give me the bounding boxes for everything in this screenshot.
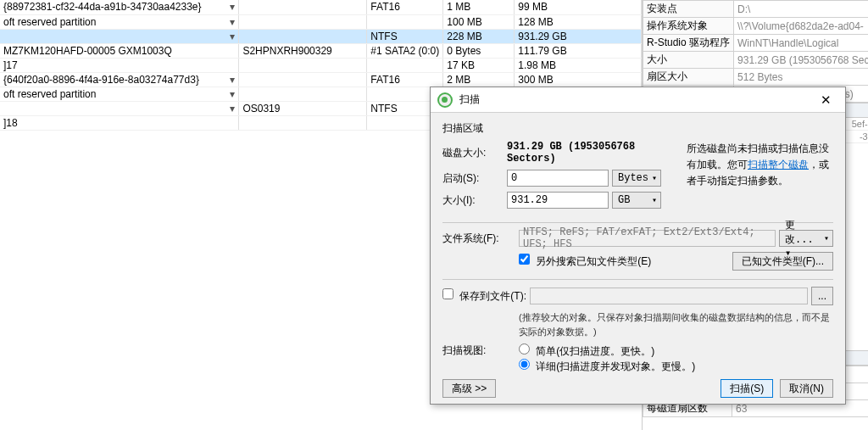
view-label: 扫描视图: bbox=[442, 343, 515, 358]
chevron-down-icon[interactable]: ▾ bbox=[230, 74, 235, 86]
table-row[interactable]: MZ7KM120HAFD-00005 GXM1003QS2HPNXRH90032… bbox=[0, 43, 642, 58]
chevron-down-icon[interactable]: ▾ bbox=[230, 31, 235, 42]
start-unit-combo[interactable]: Bytes bbox=[612, 170, 661, 187]
fs-change-button[interactable]: 更改... ▾ bbox=[779, 230, 833, 247]
prop-row: R-Studio 驱动程序WinNT\Handle\Logical bbox=[643, 35, 869, 52]
save-to-check[interactable]: 保存到文件(T): bbox=[442, 288, 526, 304]
chevron-down-icon[interactable]: ▾ bbox=[230, 1, 235, 13]
chevron-down-icon[interactable]: ▾ bbox=[230, 103, 235, 114]
prop-row: 大小931.29 GB (1953056768 Sect bbox=[643, 52, 869, 69]
fs-label: 文件系统(F): bbox=[442, 232, 515, 246]
extra-search-check[interactable]: 另外搜索已知文件类型(E) bbox=[519, 254, 651, 269]
dialog-title: 扫描 bbox=[459, 92, 813, 107]
known-types-button[interactable]: 已知文件类型(F)... bbox=[732, 252, 833, 271]
prop-row: 操作系统对象\\?\Volume{d682da2e-ad04- bbox=[643, 18, 869, 35]
scan-dialog: 扫描 ✕ 扫描区域 磁盘大小: 931.29 GB (1953056768 Se… bbox=[430, 87, 846, 405]
disksize-label: 磁盘大小: bbox=[442, 146, 504, 160]
browse-button[interactable]: ... bbox=[811, 287, 833, 305]
table-row[interactable]: ▾NTFS228 MB931.29 GB bbox=[0, 29, 642, 43]
scan-button[interactable]: 扫描(S) bbox=[721, 379, 773, 398]
table-row[interactable]: ]1717 KB1.98 MB bbox=[0, 58, 642, 72]
prop-row: 扇区大小512 Bytes bbox=[643, 69, 869, 86]
radio-simple[interactable]: 简单(仅扫描进度。更快。) bbox=[519, 345, 654, 357]
save-to-field bbox=[530, 288, 808, 304]
app-icon bbox=[437, 92, 453, 108]
size-label: 大小(I): bbox=[442, 193, 504, 208]
chevron-down-icon[interactable]: ▾ bbox=[230, 16, 235, 28]
close-icon[interactable]: ✕ bbox=[813, 92, 838, 108]
size-input[interactable] bbox=[507, 192, 609, 209]
start-label: 启动(S): bbox=[442, 171, 504, 186]
table-row[interactable]: oft reserved partition▾100 MB128 MB bbox=[0, 14, 642, 29]
disksize-value: 931.29 GB (1953056768 Sectors) bbox=[507, 141, 661, 165]
scan-hint: 所选磁盘尚未扫描或扫描信息没有加载。您可扫描整个磁盘，或者手动指定扫描参数。 bbox=[687, 141, 833, 214]
size-unit-combo[interactable]: GB bbox=[612, 192, 661, 209]
advanced-button[interactable]: 高级 >> bbox=[442, 379, 496, 398]
save-hint: (推荐较大的对象。只保存对象扫描期间收集的磁盘数据结构的信息，而不是实际的对象数… bbox=[519, 310, 833, 338]
chevron-down-icon[interactable]: ▾ bbox=[230, 88, 235, 100]
fs-field: NTFS; ReFS; FAT/exFAT; Ext2/Ext3/Ext4; U… bbox=[519, 230, 776, 247]
table-row[interactable]: {88972381-cf32-44da-a91b-34730aa4233e}▾F… bbox=[0, 0, 642, 14]
table-row[interactable]: {640f20a0-8896-4f4a-916e-8a03274a77d3}▾F… bbox=[0, 72, 642, 87]
cancel-button[interactable]: 取消(N) bbox=[780, 379, 833, 398]
scan-whole-link[interactable]: 扫描整个磁盘 bbox=[748, 159, 809, 170]
scan-area-label: 扫描区域 bbox=[442, 121, 833, 136]
radio-detailed[interactable]: 详细(扫描进度并发现对象。更慢。) bbox=[519, 360, 695, 372]
prop-row: 安装点D:\ bbox=[643, 1, 869, 18]
start-input[interactable] bbox=[507, 170, 609, 187]
